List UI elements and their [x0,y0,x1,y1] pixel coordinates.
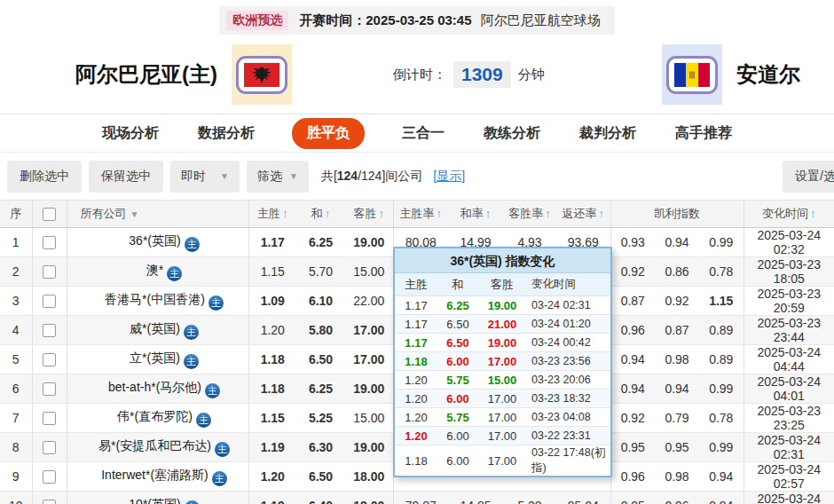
odds-cell[interactable]: 6.25 [296,228,345,257]
row-checkbox[interactable] [43,324,56,337]
row-checkbox[interactable] [43,412,56,425]
sort-up-icon: ↑ [379,207,385,220]
popup-row: 1.186.0017.0003-23 23:56 [395,352,610,371]
col-draw-rate[interactable]: 和率↑ [448,201,503,228]
popup-draw-odds: 5.75 [437,411,478,424]
nav-tab[interactable]: 现场分析 [100,118,161,149]
primary-company-icon: 主 [185,500,200,504]
row-checkbox[interactable] [43,441,56,454]
row-select [32,462,67,492]
col-return-rate[interactable]: 返还率↑ [556,201,610,228]
home-team-name: 阿尔巴尼亚(主) [75,60,217,89]
settings-button[interactable]: 设置/选 [783,161,834,193]
row-checkbox[interactable] [43,470,56,484]
company-name[interactable]: 澳*主 [67,257,248,287]
league-badge[interactable]: 欧洲预选 [226,11,288,30]
odds-cell[interactable]: 5.70 [296,257,345,287]
odds-cell[interactable]: 1.20 [248,462,296,492]
popup-draw-odds: 5.75 [437,374,478,387]
nav-tab[interactable]: 胜平负 [292,118,365,149]
odds-cell[interactable]: 1.17 [248,228,296,257]
row-checkbox[interactable] [43,382,56,396]
show-link[interactable]: [显示] [433,169,465,185]
odds-cell[interactable]: 17.00 [345,316,393,345]
odds-cell[interactable]: 1.19 [248,492,296,504]
col-away-odds[interactable]: 客胜↑ [345,201,393,228]
company-name[interactable]: 伟*(直布罗陀)主 [67,404,248,433]
nav-tab[interactable]: 教练分析 [482,118,542,149]
nav-tabs: 现场分析数据分析胜平负三合一教练分析裁判分析高手推荐 [0,114,834,153]
time-filter-dropdown[interactable]: 即时 ▼ [170,161,240,193]
company-name[interactable]: bet-at-h*(马尔他)主 [67,374,248,404]
col-away-rate[interactable]: 客胜率↑ [503,201,556,228]
keep-selected-button[interactable]: 保留选中 [89,161,163,193]
odds-cell[interactable]: 6.10 [296,287,345,316]
odds-cell[interactable]: 1.18 [248,345,296,374]
odds-cell[interactable]: 1.19 [248,433,296,462]
col-seq: 序 [0,201,32,228]
odds-cell[interactable]: 22.00 [345,287,393,316]
popup-home-odds: 1.20 [395,411,437,424]
kelly-cell: 0.89 [699,316,744,345]
kelly-cell: 0.99 [699,433,744,462]
odds-cell[interactable]: 18.00 [345,492,393,504]
kelly-cell: 0.94 [610,345,655,374]
delete-selected-button[interactable]: 删除选中 [7,161,82,193]
odds-cell[interactable]: 1.15 [248,404,296,433]
company-name[interactable]: 立*(英国)主 [67,345,248,374]
row-checkbox[interactable] [43,236,56,249]
kelly-cell: 0.78 [699,404,744,433]
col-change-time[interactable]: 变化时间↑ [744,201,834,228]
odds-cell[interactable]: 19.00 [345,228,393,257]
company-name[interactable]: 威*(英国)主 [67,316,248,345]
odds-cell[interactable]: 1.15 [248,257,296,287]
kelly-cell: 0.98 [655,345,699,374]
row-select [32,316,67,345]
odds-cell[interactable]: 6.50 [296,345,345,374]
nav-tab[interactable]: 裁判分析 [578,118,638,149]
popup-change-time: 03-23 23:56 [526,355,610,367]
odds-cell[interactable]: 1.18 [248,374,296,404]
company-name[interactable]: 香港马*(中国香港)主 [67,287,248,316]
odds-cell[interactable]: 6.40 [296,492,345,504]
nav-tab[interactable]: 高手推荐 [673,118,734,149]
odds-cell[interactable]: 15.00 [345,404,393,433]
popup-draw-odds: 6.50 [437,336,478,350]
row-checkbox[interactable] [43,500,56,504]
odds-cell[interactable]: 6.30 [296,433,345,462]
kelly-cell: 0.79 [655,404,699,433]
filter-dropdown[interactable]: 筛选 ▼ [247,161,309,193]
select-all-checkbox[interactable] [43,208,56,221]
odds-cell[interactable]: 19.00 [345,374,393,404]
odds-cell[interactable]: 6.50 [296,462,345,492]
popup-home-odds: 1.17 [395,318,437,331]
kelly-cell: 0.95 [610,433,655,462]
row-checkbox[interactable] [43,295,56,308]
nav-tab[interactable]: 三合一 [400,118,446,149]
popup-col-draw: 和 [437,277,478,293]
odds-cell[interactable]: 19.00 [345,433,393,462]
col-company[interactable]: 所有公司▼ [67,201,248,228]
sort-up-icon: ↑ [282,207,288,220]
odds-cell[interactable]: 5.80 [296,316,345,345]
nav-tab[interactable]: 数据分析 [196,118,256,149]
sort-up-icon: ↑ [545,207,551,220]
row-checkbox[interactable] [43,265,56,279]
odds-cell[interactable]: 6.25 [296,374,345,404]
odds-cell[interactable]: 1.20 [248,316,296,345]
company-name[interactable]: 10*(英国)主 [67,492,248,504]
company-name[interactable]: Interwet*(塞浦路斯)主 [67,462,248,492]
row-checkbox[interactable] [43,353,56,366]
odds-cell[interactable]: 5.25 [296,404,345,433]
odds-cell[interactable]: 1.09 [248,287,296,316]
odds-cell[interactable]: 18.00 [345,462,393,492]
popup-col-away: 客胜 [478,277,526,293]
row-seq: 1 [0,228,32,257]
col-draw-odds[interactable]: 和↑ [296,201,345,228]
odds-cell[interactable]: 15.00 [345,257,393,287]
col-home-odds[interactable]: 主胜↑ [248,201,296,228]
company-name[interactable]: 36*(英国)主 [67,228,248,257]
col-home-rate[interactable]: 主胜率↑ [393,201,448,228]
odds-cell[interactable]: 17.00 [345,345,393,374]
company-name[interactable]: 易*(安提瓜和巴布达)主 [67,433,248,462]
